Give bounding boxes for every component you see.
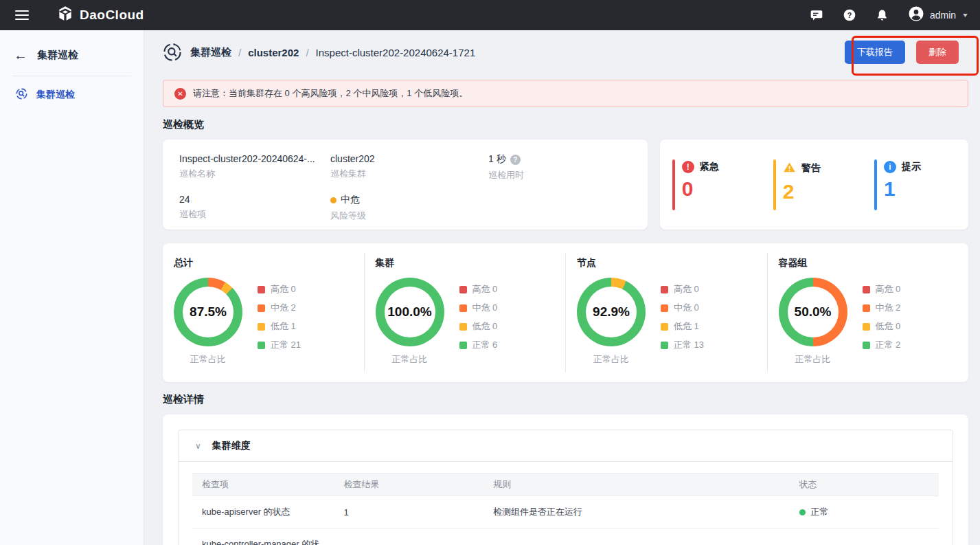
legend-item: 正常 21 xyxy=(258,339,301,351)
charts-card: 总计87.5%正常占比高危 0中危 2低危 1正常 21集群100.0%正常占比… xyxy=(163,243,968,382)
legend-label: 中危 2 xyxy=(271,302,296,314)
inspection-overview-card: Inspect-cluster202-20240624-...巡检名称clust… xyxy=(163,140,648,230)
legend-label: 中危 2 xyxy=(876,302,901,314)
legend-swatch xyxy=(661,342,668,349)
breadcrumb-item[interactable]: 集群巡检 xyxy=(190,46,231,59)
risk-summary-card: !紧急0警告2i提示1 xyxy=(660,140,968,230)
legend-swatch xyxy=(459,286,467,293)
legend-swatch xyxy=(459,342,467,349)
donut-bottom-label: 正常占比 xyxy=(795,353,831,366)
chart-title: 集群 xyxy=(376,257,555,269)
donut-chart-section: 集群100.0%正常占比高危 0中危 0低危 0正常 6 xyxy=(365,253,567,372)
sidebar-title: 集群巡检 xyxy=(37,49,78,62)
field-value: Inspect-cluster202-20240624-... xyxy=(179,153,330,164)
stat-accent-bar xyxy=(874,159,877,210)
inspection-details-card: ∨ 集群维度 检查项检查结果规则状态 kube-apiserver 的状态1检测… xyxy=(163,414,968,545)
field-value-text: 1 秒 xyxy=(488,153,506,166)
overview-field: 1 秒?巡检用时 xyxy=(488,153,631,181)
legend-item: 正常 6 xyxy=(459,339,498,351)
overview-field: cluster202巡检集群 xyxy=(330,153,488,181)
legend-label: 正常 13 xyxy=(674,339,704,351)
info-circle-icon: i xyxy=(884,161,896,173)
legend-item: 中危 0 xyxy=(661,302,704,314)
legend-swatch xyxy=(258,286,265,293)
brand-name: DaoCloud xyxy=(80,8,144,23)
inspection-table: 检查项检查结果规则状态 kube-apiserver 的状态1检测组件是否正在运… xyxy=(192,473,939,545)
legend-swatch xyxy=(258,323,265,331)
legend-item: 高危 0 xyxy=(459,283,498,296)
sidebar: ← 集群巡检 集群巡检 xyxy=(0,30,144,545)
user-menu[interactable]: admin ▼ xyxy=(908,5,969,25)
collapse-chevron-icon[interactable]: ∨ xyxy=(195,441,201,451)
breadcrumb-separator: / xyxy=(238,47,241,58)
legend-label: 中危 0 xyxy=(472,302,498,314)
cell-rule: 检测组件是否正在运行 xyxy=(483,529,790,545)
notifications-bell-icon[interactable] xyxy=(875,8,890,23)
sidebar-item-cluster-inspection[interactable]: 集群巡检 xyxy=(0,76,144,113)
cell-check-item: kube-controller-manager 的状态 xyxy=(192,529,334,545)
legend-item: 中危 2 xyxy=(258,302,301,314)
donut-wrap: 92.9%正常占比 xyxy=(577,278,646,366)
messages-icon[interactable] xyxy=(809,8,824,23)
status-badge: 正常 xyxy=(799,506,929,518)
chart-body: 92.9%正常占比高危 0中危 0低危 1正常 13 xyxy=(577,278,756,366)
legend-label: 正常 6 xyxy=(472,339,498,351)
delete-button[interactable]: 删除 xyxy=(916,41,959,64)
legend-label: 低危 1 xyxy=(271,320,296,333)
daocloud-cube-icon xyxy=(56,5,74,25)
donut-chart: 50.0% xyxy=(779,278,847,346)
cell-check-result: 1 xyxy=(334,496,483,529)
alert-text: 请注意：当前集群存在 0 个高风险项，2 个中风险项，1 个低风险项。 xyxy=(193,87,468,100)
table-body: kube-apiserver 的状态1检测组件是否正在运行正常kube-cont… xyxy=(192,496,939,545)
chart-title: 总计 xyxy=(174,257,353,269)
legend-item: 低危 1 xyxy=(258,320,301,333)
stat-label: 警告 xyxy=(801,162,821,175)
column-header: 检查结果 xyxy=(334,474,483,496)
chart-body: 100.0%正常占比高危 0中危 0低危 0正常 6 xyxy=(376,278,555,366)
brand-logo[interactable]: DaoCloud xyxy=(56,5,144,25)
stat-label: 提示 xyxy=(902,161,921,173)
menu-icon[interactable] xyxy=(15,10,29,20)
risk-alert-banner: ✕ 请注意：当前集群存在 0 个高风险项，2 个中风险项，1 个低风险项。 xyxy=(163,80,968,107)
column-header: 状态 xyxy=(790,474,939,496)
breadcrumb-separator: / xyxy=(306,47,308,58)
donut-hole: 87.5% xyxy=(183,287,233,337)
chart-title: 容器组 xyxy=(779,257,958,269)
help-icon[interactable]: ? xyxy=(842,8,857,23)
legend-swatch xyxy=(661,304,668,312)
cell-status: 正常 xyxy=(790,496,939,529)
legend-swatch xyxy=(863,342,870,349)
field-value-text: cluster202 xyxy=(330,153,375,164)
back-arrow-icon[interactable]: ← xyxy=(14,48,27,62)
column-header: 规则 xyxy=(483,474,790,496)
donut-hole: 92.9% xyxy=(586,287,637,337)
legend-swatch xyxy=(661,286,668,293)
cluster-dimension-panel-header[interactable]: ∨ 集群维度 xyxy=(179,430,953,462)
chart-title: 节点 xyxy=(577,257,756,269)
stat-count: 2 xyxy=(783,180,821,203)
donut-wrap: 50.0%正常占比 xyxy=(779,278,847,366)
legend-swatch xyxy=(459,304,467,312)
legend-swatch xyxy=(258,304,265,312)
stat-content: 警告2 xyxy=(783,159,821,210)
breadcrumb-item: Inspect-cluster202-20240624-1721 xyxy=(316,47,476,58)
sidebar-item-label: 集群巡检 xyxy=(36,89,75,101)
donut-chart-section: 容器组50.0%正常占比高危 0中危 2低危 0正常 2 xyxy=(768,253,969,372)
field-label: 巡检用时 xyxy=(488,169,631,181)
legend-swatch xyxy=(459,323,467,331)
overview-field: 24巡检项 xyxy=(179,194,330,222)
legend-item: 低危 1 xyxy=(661,320,704,333)
field-value-text: 24 xyxy=(179,194,190,205)
legend-item: 高危 0 xyxy=(258,283,301,296)
risk-stat: i提示1 xyxy=(865,159,966,210)
breadcrumb-item[interactable]: cluster202 xyxy=(248,47,299,58)
download-report-button[interactable]: 下载报告 xyxy=(845,41,905,64)
status-dot-icon xyxy=(799,509,806,515)
stat-count: 1 xyxy=(884,177,921,200)
alert-circle-icon: ! xyxy=(682,161,694,173)
cell-rule: 检测组件是否正在运行 xyxy=(483,496,790,529)
chart-legend: 高危 0中危 2低危 1正常 21 xyxy=(258,283,301,351)
legend-label: 正常 2 xyxy=(876,339,901,351)
field-label: 巡检名称 xyxy=(179,168,330,180)
help-tooltip-icon[interactable]: ? xyxy=(510,155,521,165)
